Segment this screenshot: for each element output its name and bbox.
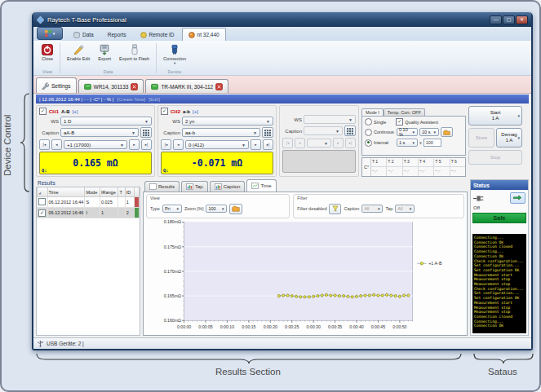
chevron-down-icon: ▼ <box>433 130 437 134</box>
ch2-last-button[interactable]: ▸| <box>263 139 273 150</box>
ch2-caption-select[interactable]: aa-b▼ <box>182 128 260 137</box>
ch1-ws-select[interactable]: 1 D▼ <box>60 117 152 126</box>
tab-temp-corr[interactable]: Temp. Corr. OFF <box>384 108 425 116</box>
tab-time-view[interactable]: Time <box>246 179 276 192</box>
console-line: Connection OK <box>474 324 525 328</box>
ch1-expand-link[interactable]: [+] <box>73 109 78 114</box>
quality-assistent-checkbox[interactable]: ✓ <box>396 118 403 126</box>
export-button[interactable]: Export <box>95 42 114 63</box>
ch3-last-button[interactable]: ▸| <box>345 138 356 148</box>
ch1-last-button[interactable]: ▸| <box>141 139 152 150</box>
ch1-enable-checkbox[interactable]: ✓ <box>39 108 47 115</box>
ch1-grid-button[interactable] <box>140 127 152 138</box>
tab-mode[interactable]: Mode I <box>361 108 384 116</box>
ch2-expand-link[interactable]: [+] <box>193 109 198 114</box>
ribbon-tab-remote-id[interactable]: Remote ID <box>134 28 181 41</box>
ch1-record-select[interactable]: +1 (17000)▼ <box>64 140 127 149</box>
maximize-button[interactable]: ▢ <box>503 15 515 24</box>
column-header-time[interactable]: Time <box>47 187 85 197</box>
row-select-cell[interactable]: ✓ <box>38 208 48 218</box>
ch2-record-select[interactable]: 0 (412)▼ <box>185 140 249 149</box>
ribbon-tab-device[interactable]: nt 32,440 <box>182 28 226 41</box>
filter-caption-select[interactable]: All▼ <box>361 205 383 213</box>
temp-unit-label: C° <box>362 158 371 176</box>
chart-svg: 0.160mΩ0.165mΩ0.170mΩ0.175mΩ0.180mΩ0:00:… <box>146 218 464 333</box>
folder-icon <box>232 205 240 212</box>
interval-radio[interactable] <box>365 139 372 147</box>
single-radio[interactable] <box>365 118 372 126</box>
quality-time-select[interactable]: 10 s▼ <box>419 128 439 136</box>
tab-device-wr14[interactable]: WR14, 301133 <box>78 79 144 93</box>
status-console[interactable]: Connecting...Connection OKConnection clo… <box>472 234 526 333</box>
table-row[interactable]: 06.12.2012 16:44 S 0.025 1 <box>38 197 140 208</box>
tab-device-trmark[interactable]: TR-MARK III, 304-112 <box>145 79 228 93</box>
demag-button[interactable]: Demag1 A ▾ <box>496 128 522 148</box>
ribbon-tab-reports[interactable]: Reports <box>101 28 133 41</box>
zoom-select[interactable]: 100▼ <box>206 205 227 213</box>
filter-toggle-button[interactable] <box>329 204 341 214</box>
continous-radio[interactable] <box>365 129 372 136</box>
filter-tap-label: Tap <box>385 206 392 211</box>
ch1-terminals: A-B <box>61 109 70 114</box>
ch1-first-button[interactable]: |◂ <box>39 139 50 150</box>
ch2-enable-checkbox[interactable]: ✓ <box>161 108 168 115</box>
ch2-first-button[interactable]: |◂ <box>161 139 171 150</box>
column-header-irange[interactable]: IRange <box>100 187 118 197</box>
ch3-record-select[interactable]: ▼ <box>307 139 331 148</box>
record-info-text: | 12.06.2012 16:44 | - - | -C° | - % | <box>39 97 113 102</box>
chart-export-button[interactable] <box>229 204 242 214</box>
status-bar: USB Geräte: 2 | <box>33 337 531 349</box>
export-to-flash-button[interactable]: Export to Flash <box>116 42 153 63</box>
stop-button[interactable]: Stop <box>468 150 522 165</box>
interval-count-input[interactable]: 100 <box>423 139 441 147</box>
close-window-button[interactable]: ✕ <box>516 15 528 24</box>
close-button[interactable]: Close <box>38 42 56 63</box>
filter-tap-select[interactable]: All▼ <box>395 205 415 213</box>
ch2-prev-button[interactable]: ◂ <box>173 139 184 150</box>
ch3-grid-button[interactable] <box>344 126 356 136</box>
close-tab-icon[interactable] <box>131 83 138 90</box>
table-row[interactable]: ✓ 06.12.2012 16:46 I 1 2 <box>38 208 140 218</box>
ch1-caption-select[interactable]: aA-B▼ <box>60 128 139 137</box>
tab-results-view[interactable]: Results <box>144 181 180 192</box>
ch3-prev-button[interactable]: ◂ <box>295 138 305 148</box>
ch1-next-button[interactable]: ▸ <box>129 139 140 150</box>
enable-edit-button[interactable]: Enable Edit <box>64 42 93 63</box>
temperature-strip: C° T 1 --,-T 2 --,-T 3 --,-T 4 --,-T 5 -… <box>361 157 466 177</box>
create-new-link[interactable]: [Create New] <box>117 97 145 102</box>
tab-settings[interactable]: Settings <box>36 77 77 93</box>
sort-column-header[interactable]: ◢ <box>38 187 48 197</box>
type-select[interactable]: Pri▼ <box>162 205 182 213</box>
cell-id: 1 <box>125 197 134 208</box>
row-select-cell[interactable] <box>38 197 48 208</box>
ch1-prev-button[interactable]: ◂ <box>51 139 62 150</box>
quality-percent-select[interactable]: 0.10 %▼ <box>397 128 418 136</box>
tab-tap-view[interactable]: Tap <box>181 181 208 192</box>
start-button[interactable]: Start1 A ▾ <box>468 106 522 126</box>
ch2-grid-button[interactable] <box>262 127 273 138</box>
ribbon-tab-data[interactable]: Data <box>67 28 100 41</box>
ch3-caption-select[interactable]: ▼ <box>304 126 343 135</box>
interval-time-select[interactable]: 1 s▼ <box>397 139 418 147</box>
reconnect-button[interactable] <box>510 192 525 204</box>
column-header-t[interactable]: T <box>118 187 125 197</box>
cell-mode: I <box>85 208 100 218</box>
ch2-ws-select[interactable]: 2 yn▼ <box>182 117 273 126</box>
quality-settings-button[interactable] <box>441 127 453 137</box>
ch3-first-button[interactable]: |◂ <box>282 138 293 148</box>
minimize-button[interactable]: — <box>490 15 502 24</box>
column-header-id[interactable]: ID <box>125 187 134 197</box>
ch2-next-button[interactable]: ▸ <box>251 139 261 150</box>
application-menu-button[interactable]: ▾ <box>37 27 63 40</box>
ch3-ws-select[interactable]: ▼ <box>304 115 356 124</box>
connection-button[interactable]: Connection ▾ <box>160 42 189 68</box>
chart-icon <box>215 183 222 190</box>
close-tab-icon[interactable] <box>215 83 223 90</box>
ch3-next-button[interactable]: ▸ <box>333 138 344 148</box>
console-line: Set configuration OK <box>474 268 525 273</box>
tab-caption-view[interactable]: Caption <box>210 181 246 192</box>
svg-text:0:00:15: 0:00:15 <box>242 324 255 329</box>
store-button[interactable]: Store <box>468 128 494 148</box>
column-header-mode[interactable]: Mode <box>85 187 100 197</box>
edit-link[interactable]: [Edit] <box>149 97 160 102</box>
